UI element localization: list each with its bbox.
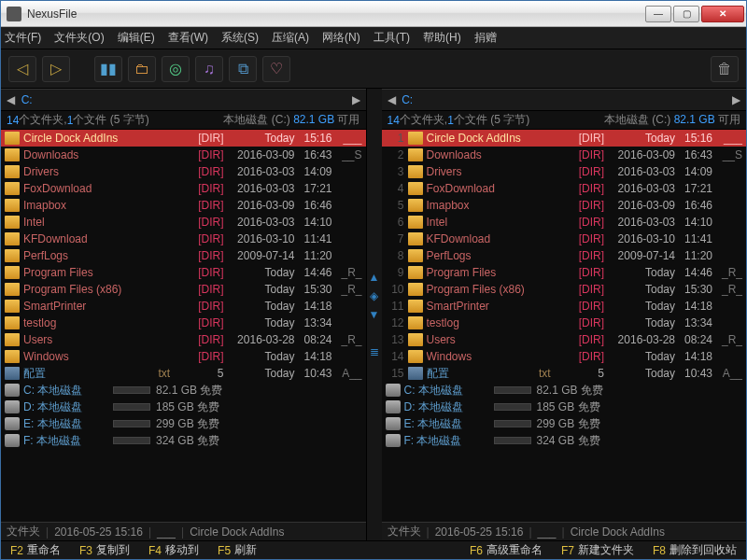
list-item[interactable]: E: 本地磁盘299 GB 免费 (382, 415, 747, 432)
list-item[interactable]: 1Circle Dock AddIns[DIR]Today15:16___ (382, 130, 747, 147)
row-number: 15 (386, 367, 404, 380)
minimize-button[interactable]: — (645, 6, 671, 22)
list-item[interactable]: D: 本地磁盘185 GB 免费 (1, 399, 366, 415)
row-number: 8 (386, 249, 404, 262)
fn-key[interactable]: F6高级重命名 (460, 541, 552, 559)
maximize-button[interactable]: ▢ (673, 6, 699, 22)
path-bar[interactable]: ◀ C:▶ (1, 89, 366, 111)
list-item[interactable]: C: 本地磁盘82.1 GB 免费 (1, 382, 366, 399)
list-item[interactable]: 6Intel[DIR]2016-03-0314:10 (382, 214, 747, 231)
list-item[interactable]: 5Imapbox[DIR]2016-03-0916:46 (382, 197, 747, 214)
list-item[interactable]: Downloads[DIR]2016-03-0916:43__S (1, 147, 366, 163)
list-item[interactable]: Program Files (x86)[DIR]Today15:30_R_ (1, 281, 366, 298)
folder-icon (5, 249, 20, 262)
list-item[interactable]: Intel[DIR]2016-03-0314:10 (1, 214, 366, 231)
list-item[interactable]: 2Downloads[DIR]2016-03-0916:43__S (382, 147, 747, 163)
list-item[interactable]: 配置txt5Today10:43A__ (1, 365, 366, 382)
favorite-icon[interactable]: ♡ (262, 56, 290, 82)
fn-key[interactable]: F7新建文件夹 (552, 541, 643, 559)
drive-icon (5, 417, 20, 430)
panel-icon[interactable]: ▮▮ (94, 56, 122, 82)
close-button[interactable]: ✕ (701, 6, 744, 22)
list-item[interactable]: 7KFDownload[DIR]2016-03-1011:41 (382, 231, 747, 247)
folder-icon (5, 216, 20, 229)
list-item[interactable]: 10Program Files (x86)[DIR]Today15:30_R_ (382, 281, 747, 298)
list-item[interactable]: KFDownload[DIR]2016-03-1011:41 (1, 231, 366, 247)
list-item[interactable]: Imapbox[DIR]2016-03-0916:46 (1, 197, 366, 214)
list-item[interactable]: 14Windows[DIR]Today14:18 (382, 348, 747, 365)
list-item[interactable]: SmartPrinter[DIR]Today14:18 (1, 298, 366, 315)
menu-item[interactable]: 文件(F) (5, 30, 41, 46)
list-item[interactable]: C: 本地磁盘82.1 GB 免费 (382, 382, 747, 399)
menu-item[interactable]: 网络(N) (322, 30, 360, 46)
list-item[interactable]: Users[DIR]2016-03-2808:24_R_ (1, 331, 366, 348)
list-item[interactable]: testlog[DIR]Today13:34 (1, 315, 366, 331)
path-bar[interactable]: ◀ C:▶ (382, 89, 747, 111)
toolbar: ◁ ▷ ▮▮ 🗀 ◎ ♫ ⧉ ♡ 🗑 (1, 49, 746, 89)
list-item[interactable]: 12testlog[DIR]Today13:34 (382, 315, 747, 331)
folder-icon (5, 165, 20, 178)
fn-key[interactable]: F2重命名 (1, 541, 70, 559)
list-item[interactable]: PerfLogs[DIR]2009-07-1411:20 (1, 247, 366, 264)
folder-icon (408, 165, 423, 178)
list-item[interactable]: 13Users[DIR]2016-03-2808:24_R_ (382, 331, 747, 348)
menu-item[interactable]: 文件夹(O) (54, 30, 104, 46)
folder-icon (5, 350, 20, 363)
nav-fwd-button[interactable]: ▷ (42, 56, 70, 82)
menu-item[interactable]: 帮助(H) (423, 30, 461, 46)
list-item[interactable]: 15配置txt5Today10:43A__ (382, 365, 747, 382)
list-item[interactable]: Drivers[DIR]2016-03-0314:09 (1, 163, 366, 180)
list-item[interactable]: F: 本地磁盘324 GB 免费 (382, 432, 747, 449)
list-item[interactable]: Circle Dock AddIns[DIR]Today15:16___ (1, 130, 366, 147)
folder-icon (5, 316, 20, 329)
titlebar: NexusFile — ▢ ✕ (1, 1, 746, 27)
sync-mid-icon[interactable]: ◈ (370, 289, 378, 302)
fn-key[interactable]: F3复制到 (70, 541, 139, 559)
menu-item[interactable]: 编辑(E) (118, 30, 155, 46)
row-number: 11 (386, 300, 404, 313)
list-item[interactable]: D: 本地磁盘185 GB 免费 (382, 399, 747, 415)
folder-icon (5, 333, 20, 346)
list-item[interactable]: 8PerfLogs[DIR]2009-07-1411:20 (382, 247, 747, 264)
camera-icon[interactable]: ◎ (162, 56, 190, 82)
archive-icon[interactable]: ⧉ (229, 56, 257, 82)
trash-button[interactable]: 🗑 (711, 56, 739, 82)
row-number: 4 (386, 182, 404, 195)
list-item[interactable]: Program Files[DIR]Today14:46_R_ (1, 264, 366, 281)
file-list[interactable]: 1Circle Dock AddIns[DIR]Today15:16___2Do… (382, 130, 747, 522)
list-item[interactable]: 4FoxDownload[DIR]2016-03-0317:21 (382, 180, 747, 197)
row-number: 6 (386, 216, 404, 229)
file-list[interactable]: Circle Dock AddIns[DIR]Today15:16___Down… (1, 130, 366, 522)
sync-down-icon[interactable]: ▼ (369, 308, 380, 321)
folder-icon[interactable]: 🗀 (128, 56, 156, 82)
pane-divider[interactable]: ▲ ◈ ▼ ≣ (367, 89, 382, 540)
menu-item[interactable]: 查看(W) (168, 30, 208, 46)
menu-item[interactable]: 工具(T) (374, 30, 410, 46)
window-title: NexusFile (27, 7, 645, 21)
sync-up-icon[interactable]: ▲ (369, 271, 380, 284)
fn-key[interactable]: F5刷新 (208, 541, 266, 559)
list-item[interactable]: 3Drivers[DIR]2016-03-0314:09 (382, 163, 747, 180)
music-icon[interactable]: ♫ (195, 56, 223, 82)
drive-icon (386, 434, 401, 447)
nav-back-button[interactable]: ◁ (8, 56, 36, 82)
menu-item[interactable]: 压缩(A) (272, 30, 309, 46)
list-item[interactable]: FoxDownload[DIR]2016-03-0317:21 (1, 180, 366, 197)
list-item[interactable]: F: 本地磁盘324 GB 免费 (1, 432, 366, 449)
sync-bars-icon[interactable]: ≣ (370, 345, 379, 358)
menu-item[interactable]: 系统(S) (221, 30, 259, 46)
list-item[interactable]: 9Program Files[DIR]Today14:46_R_ (382, 264, 747, 281)
list-item[interactable]: E: 本地磁盘299 GB 免费 (1, 415, 366, 432)
folder-icon (5, 182, 20, 195)
fn-key[interactable]: F4移动到 (139, 541, 208, 559)
folder-icon (5, 148, 20, 161)
list-item[interactable]: Windows[DIR]Today14:18 (1, 348, 366, 365)
folder-icon (408, 333, 423, 346)
folder-icon (408, 283, 423, 296)
fn-key[interactable]: F8删除到回收站 (643, 541, 746, 559)
list-item[interactable]: 11SmartPrinter[DIR]Today14:18 (382, 298, 747, 315)
menu-item[interactable]: 捐赠 (474, 30, 497, 46)
folder-icon (5, 266, 20, 279)
folder-icon (408, 266, 423, 279)
folder-icon (5, 300, 20, 313)
